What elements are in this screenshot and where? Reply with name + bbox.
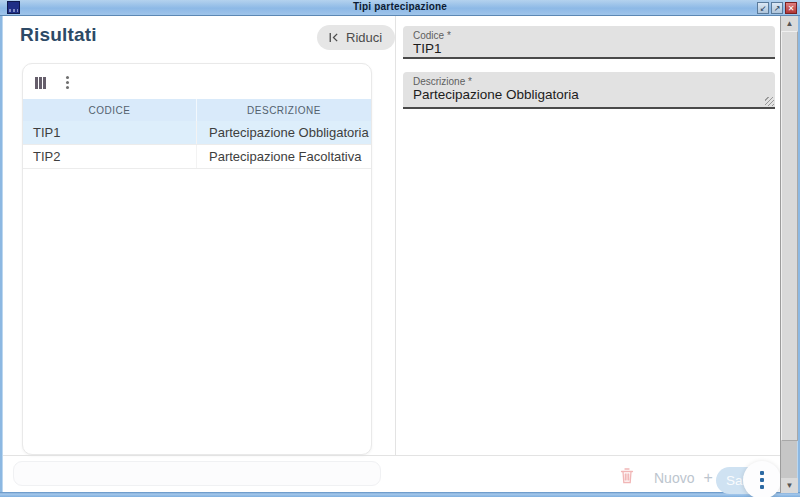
window-frame-bottom xyxy=(0,492,800,497)
descrizione-value: Partecipazione Obbligatoria xyxy=(413,87,765,103)
table-toolbar xyxy=(23,64,371,99)
nuovo-label: Nuovo xyxy=(654,470,694,486)
table-menu-kebab-icon[interactable] xyxy=(62,75,73,90)
view-columns-icon[interactable] xyxy=(35,77,46,89)
window-controls: ↙ ↗ ✕ xyxy=(757,2,797,14)
results-footer-strip xyxy=(13,461,381,486)
table-row[interactable]: TIP1 Partecipazione Obbligatoria xyxy=(23,121,371,145)
codice-field[interactable]: Codice * TIP1 xyxy=(403,26,775,59)
descrizione-label: Descrizione * xyxy=(413,76,765,87)
scroll-up-arrow-icon[interactable]: ▲ xyxy=(781,16,798,31)
table-header-row: CODICE DESCRIZIONE xyxy=(23,99,371,121)
codice-value: TIP1 xyxy=(413,41,765,57)
collapse-panel-label: Riduci xyxy=(346,30,382,45)
minimize-button[interactable]: ↙ xyxy=(757,2,769,14)
results-card: CODICE DESCRIZIONE TIP1 Partecipazione O… xyxy=(22,63,372,455)
maximize-button[interactable]: ↗ xyxy=(771,2,783,14)
cell-codice: TIP2 xyxy=(23,145,197,168)
codice-label: Codice * xyxy=(413,30,765,41)
first-page-icon xyxy=(327,31,340,44)
scrollbar-thumb[interactable] xyxy=(781,31,798,441)
cell-codice: TIP1 xyxy=(23,121,197,144)
trash-icon xyxy=(619,467,635,485)
window-frame-left xyxy=(0,16,3,497)
close-button[interactable]: ✕ xyxy=(785,2,797,14)
descrizione-field[interactable]: Descrizione * Partecipazione Obbligatori… xyxy=(403,72,775,109)
collapse-panel-button[interactable]: Riduci xyxy=(317,25,395,50)
cell-descrizione: Partecipazione Obbligatoria xyxy=(197,121,371,144)
scroll-down-arrow-icon[interactable]: ▼ xyxy=(781,478,798,493)
nuovo-button[interactable]: Nuovo + xyxy=(648,469,719,487)
textarea-resize-handle[interactable] xyxy=(765,97,774,106)
column-header-descrizione[interactable]: DESCRIZIONE xyxy=(197,99,371,121)
titlebar[interactable]: Tipi partecipazione ↙ ↗ ✕ xyxy=(0,0,800,16)
panel-divider xyxy=(395,16,396,455)
window-tipi-partecipazione: Tipi partecipazione ↙ ↗ ✕ Risultati Ridu… xyxy=(0,0,800,497)
results-panel-title: Risultati xyxy=(20,24,97,46)
kebab-vertical-icon xyxy=(760,471,764,475)
plus-icon: + xyxy=(703,471,712,485)
window-title: Tipi partecipazione xyxy=(0,1,800,12)
cell-descrizione: Partecipazione Facoltativa xyxy=(197,145,371,168)
vertical-scrollbar[interactable]: ▲ ▼ xyxy=(780,16,797,493)
table-row[interactable]: TIP2 Partecipazione Facoltativa xyxy=(23,145,371,169)
delete-button[interactable] xyxy=(617,467,637,487)
column-header-codice[interactable]: CODICE xyxy=(23,99,197,121)
footer-divider xyxy=(3,455,782,456)
more-actions-fab[interactable] xyxy=(743,461,781,497)
